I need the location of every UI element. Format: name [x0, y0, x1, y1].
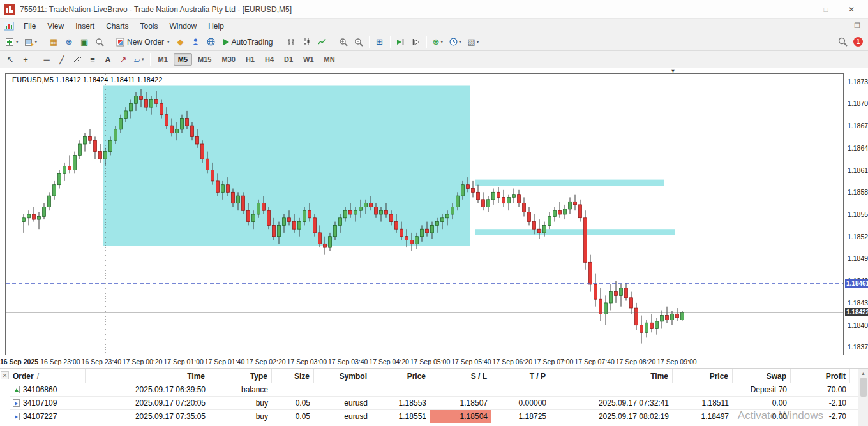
- tile-windows-button[interactable]: ⊞: [373, 35, 387, 49]
- col-header-time[interactable]: Time: [86, 369, 209, 383]
- close-button[interactable]: ✕: [839, 1, 864, 18]
- time-tick: 17 Sep 06:20: [493, 358, 532, 365]
- community-button[interactable]: [189, 35, 203, 49]
- price-axis[interactable]: 1.187351.187051.186751.186451.186151.185…: [845, 73, 868, 355]
- maximize-button[interactable]: □: [813, 1, 839, 18]
- auto-scroll-button[interactable]: [394, 35, 408, 49]
- chart-shift-button[interactable]: [409, 35, 423, 49]
- col-header-tp[interactable]: T / P: [491, 369, 550, 383]
- trade-row[interactable]: 341071092025.09.17 07:20:05buy0.05eurusd…: [10, 397, 858, 410]
- timeframe-h1[interactable]: H1: [241, 53, 259, 66]
- col-header-swap[interactable]: Swap: [733, 369, 791, 383]
- price-tick: 1.18705: [848, 99, 868, 107]
- time-axis[interactable]: 16 Sep 202516 Sep 23:0016 Sep 23:4017 Se…: [5, 356, 844, 368]
- price-tick: 1.18645: [848, 144, 868, 152]
- auto-scroll-icon: [396, 38, 405, 46]
- timeframe-mn[interactable]: MN: [320, 53, 340, 66]
- zoom-in-icon: [339, 38, 348, 47]
- terminal-button[interactable]: ▣: [77, 35, 91, 49]
- text-tool-label: A: [105, 55, 110, 64]
- terminal-scrollbar[interactable]: ▲: [858, 369, 868, 426]
- col-header-size[interactable]: Size: [272, 369, 314, 383]
- profiles-button[interactable]: ▾: [22, 35, 40, 49]
- col-header-sl[interactable]: S / L: [430, 369, 491, 383]
- channel-tool-button[interactable]: [70, 52, 84, 66]
- timeframe-d1[interactable]: D1: [280, 53, 297, 66]
- cell-symbol: [314, 383, 371, 396]
- chart-restore-icon[interactable]: ❐: [854, 22, 860, 30]
- templates-button[interactable]: ▧ ▾: [465, 35, 481, 49]
- indicators-button[interactable]: ⊕ ▾: [430, 35, 445, 49]
- metaeditor-button[interactable]: ◆: [174, 35, 188, 49]
- timeframe-h4[interactable]: H4: [260, 53, 278, 66]
- timeframe-m30[interactable]: M30: [217, 53, 239, 66]
- strategy-tester-button[interactable]: [93, 35, 107, 49]
- title-bar: 755911: TradeNation-LiveBravo - Trade Na…: [0, 0, 868, 19]
- col-header-symbol[interactable]: Symbol: [314, 369, 371, 383]
- timeframe-m5[interactable]: M5: [174, 53, 192, 66]
- zoom-in-button[interactable]: [336, 35, 350, 49]
- new-chart-icon: [6, 38, 15, 47]
- cell-sl: 1.18504: [430, 410, 491, 423]
- chart-scroll-marker-icon[interactable]: ▼: [670, 68, 676, 74]
- market-globe-button[interactable]: [204, 35, 218, 49]
- scroll-thumb[interactable]: [860, 378, 867, 397]
- bar-chart-button[interactable]: [285, 35, 299, 49]
- chart-ohlc-readout: EURUSD,M5 1.18412 1.18424 1.18411 1.1842…: [12, 76, 162, 84]
- candlestick-chart-button[interactable]: [300, 35, 314, 49]
- col-header-type[interactable]: Type: [209, 369, 272, 383]
- cell-swap: Deposit 70: [733, 383, 791, 396]
- cell-profit: -2.70: [791, 410, 850, 423]
- trade-row[interactable]: 341068602025.09.17 06:39:50balanceDeposi…: [10, 383, 858, 397]
- price-tick: 1.18435: [848, 299, 868, 307]
- menu-view[interactable]: View: [41, 20, 70, 32]
- fibonacci-tool-button[interactable]: ≡: [86, 52, 100, 66]
- autotrading-button[interactable]: AutoTrading: [220, 35, 278, 49]
- menu-insert[interactable]: Insert: [70, 20, 100, 32]
- col-header-price2[interactable]: Price: [673, 369, 733, 383]
- menu-help[interactable]: Help: [202, 20, 230, 32]
- price-tick: 1.18405: [848, 321, 868, 329]
- crosshair-tool-button[interactable]: +: [19, 52, 33, 66]
- cell-size: 0.05: [272, 410, 314, 423]
- horizontal-line-icon: ─: [43, 55, 49, 64]
- line-chart-button[interactable]: [315, 35, 329, 49]
- navigator-button[interactable]: ⊕: [62, 35, 76, 49]
- col-header-profit[interactable]: Profit: [791, 369, 850, 383]
- time-tick: 17 Sep 02:20: [246, 358, 285, 365]
- scroll-up-icon[interactable]: ▲: [861, 369, 865, 378]
- shapes-dropdown-button[interactable]: ▱ ▾: [131, 52, 147, 66]
- trade-row[interactable]: 341072272025.09.17 07:35:05buy0.05eurusd…: [10, 410, 858, 423]
- new-chart-button[interactable]: ▾: [3, 35, 21, 49]
- time-tick: 17 Sep 05:00: [410, 358, 450, 365]
- horizontal-line-tool-button[interactable]: ─: [40, 52, 54, 66]
- timeframe-m15[interactable]: M15: [193, 53, 216, 66]
- timeframe-m1[interactable]: M1: [154, 53, 172, 66]
- timeframe-w1[interactable]: W1: [299, 53, 318, 66]
- terminal-close-icon[interactable]: ✕: [1, 371, 9, 379]
- periods-button[interactable]: ▾: [447, 35, 464, 49]
- text-tool-button[interactable]: A: [101, 52, 115, 66]
- menu-window[interactable]: Window: [164, 20, 203, 32]
- menu-tools[interactable]: Tools: [135, 20, 164, 32]
- cell-size: [272, 383, 314, 396]
- cursor-tool-button[interactable]: ↖: [3, 52, 17, 66]
- fibonacci-icon: ≡: [90, 55, 95, 64]
- menu-charts[interactable]: Charts: [100, 20, 134, 32]
- search-button[interactable]: [835, 35, 850, 49]
- notification-badge[interactable]: 1: [853, 37, 863, 47]
- trendline-tool-button[interactable]: ╱: [55, 52, 69, 66]
- new-order-button[interactable]: New Order ▾: [114, 35, 172, 49]
- market-watch-button[interactable]: ▦: [47, 35, 61, 49]
- menu-file[interactable]: File: [18, 20, 41, 32]
- chart-plot[interactable]: EURUSD,M5 1.18412 1.18424 1.18411 1.1842…: [5, 73, 844, 355]
- chart-minimize-icon[interactable]: ─: [844, 22, 849, 30]
- order-icon: [13, 413, 20, 420]
- zoom-out-button[interactable]: [352, 35, 366, 49]
- col-header-order[interactable]: Order/: [10, 369, 86, 383]
- col-header-time2[interactable]: Time: [550, 369, 673, 383]
- minimize-button[interactable]: ─: [788, 1, 813, 18]
- price-tick: 1.18525: [848, 233, 868, 240]
- arrows-tool-button[interactable]: ↗: [116, 52, 130, 66]
- col-header-price[interactable]: Price: [371, 369, 430, 383]
